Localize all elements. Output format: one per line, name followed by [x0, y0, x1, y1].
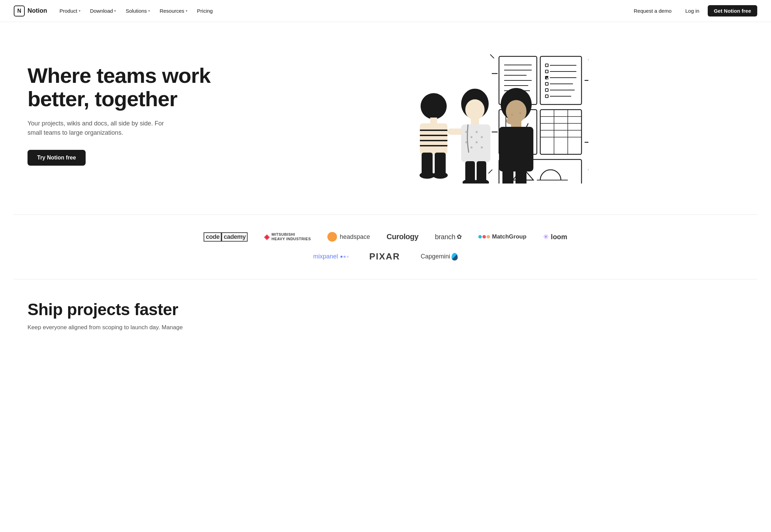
notion-logo-text: Notion — [28, 7, 47, 14]
svg-point-60 — [465, 131, 467, 133]
svg-point-54 — [433, 172, 448, 179]
chevron-down-icon: ▾ — [186, 9, 187, 13]
logo-mitsubishi: ◈ MITSUBISHI HEAVY INDUSTRIES — [264, 232, 311, 241]
svg-rect-59 — [461, 124, 490, 162]
hero-section: Where teams work better, together Your p… — [0, 22, 771, 214]
request-demo-button[interactable]: Request a demo — [628, 5, 677, 16]
svg-rect-51 — [422, 153, 433, 175]
hero-title: Where teams work better, together — [28, 64, 227, 111]
branch-leaf-icon: ✿ — [457, 233, 462, 241]
mitsubishi-icon: ◈ — [264, 233, 269, 241]
nav-product[interactable]: Product ▾ — [55, 6, 85, 16]
logo-curology: Curology — [387, 232, 419, 241]
svg-rect-80 — [515, 170, 526, 184]
nav-download[interactable]: Download ▾ — [86, 6, 120, 16]
logo-mixpanel: mixpanel — [313, 253, 349, 260]
svg-rect-79 — [502, 170, 513, 184]
chevron-down-icon: ▾ — [148, 9, 150, 13]
get-notion-free-button[interactable]: Get Notion free — [708, 5, 757, 16]
nav-links: Product ▾ Download ▾ Solutions ▾ Resourc… — [55, 6, 628, 16]
notion-logo-icon: N — [14, 5, 25, 16]
logos-row-2: mixpanel PIXAR Capgemini — [21, 251, 750, 262]
bottom-section-subtitle: Keep everyone aligned from scoping to la… — [28, 323, 199, 332]
svg-point-53 — [420, 172, 435, 179]
headspace-circle — [327, 232, 337, 242]
svg-rect-52 — [435, 153, 446, 175]
loom-icon: ✳ — [543, 233, 549, 241]
navbar: N Notion Product ▾ Download ▾ Solutions … — [0, 0, 771, 22]
try-notion-free-button[interactable]: Try Notion free — [28, 150, 86, 166]
svg-rect-78 — [499, 127, 533, 171]
svg-point-63 — [481, 136, 483, 138]
capgemini-drop-icon — [452, 253, 458, 261]
bottom-section-title: Ship projects faster — [28, 300, 743, 319]
logo-capgemini: Capgemini — [421, 253, 458, 261]
hero-illustration — [227, 43, 743, 187]
logo-loom: ✳ loom — [543, 233, 567, 241]
svg-rect-68 — [465, 161, 475, 182]
svg-point-71 — [474, 179, 489, 184]
logo-branch: branch ✿ — [435, 233, 462, 241]
nav-resources[interactable]: Resources ▾ — [155, 6, 192, 16]
nav-pricing[interactable]: Pricing — [193, 6, 217, 16]
nav-solutions[interactable]: Solutions ▾ — [121, 6, 154, 16]
svg-point-57 — [465, 99, 485, 120]
svg-point-64 — [465, 141, 467, 143]
svg-point-61 — [470, 136, 473, 138]
svg-point-44 — [421, 93, 447, 119]
nav-logo[interactable]: N Notion — [14, 5, 47, 16]
svg-point-74 — [511, 114, 513, 116]
svg-point-66 — [476, 141, 478, 143]
svg-point-67 — [481, 146, 483, 148]
logo-headspace: headspace — [327, 232, 370, 242]
nav-actions: Request a demo Log in Get Notion free — [628, 5, 757, 16]
logos-section: codecademy ◈ MITSUBISHI HEAVY INDUSTRIES… — [0, 215, 771, 279]
svg-point-65 — [470, 146, 473, 148]
svg-line-40 — [490, 55, 494, 58]
chevron-down-icon: ▾ — [79, 9, 80, 13]
svg-rect-46 — [420, 123, 447, 154]
login-button[interactable]: Log in — [680, 5, 705, 16]
logo-pixar: PIXAR — [369, 251, 400, 262]
logos-row-1: codecademy ◈ MITSUBISHI HEAVY INDUSTRIES… — [21, 232, 750, 242]
svg-line-43 — [489, 170, 492, 173]
logo-codecademy: codecademy — [204, 232, 248, 242]
logo-matchgroup: MatchGroup — [478, 233, 526, 240]
hero-svg — [382, 46, 588, 184]
hero-content: Where teams work better, together Your p… — [28, 64, 227, 166]
svg-point-62 — [476, 131, 478, 133]
chevron-down-icon: ▾ — [114, 9, 116, 13]
bottom-section: Ship projects faster Keep everyone align… — [0, 279, 771, 346]
svg-rect-69 — [477, 161, 486, 182]
svg-point-75 — [520, 112, 521, 114]
hero-subtitle: Your projects, wikis and docs, all side … — [28, 119, 179, 137]
